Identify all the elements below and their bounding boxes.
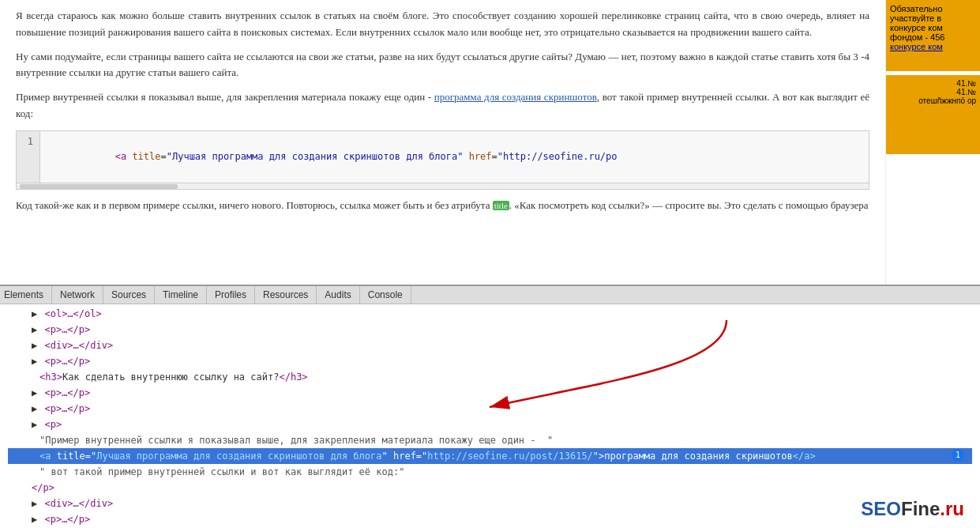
tab-elements[interactable]: Elements [0, 286, 52, 304]
triangle-icon[interactable]: ▶ [32, 419, 37, 430]
dom-tree: ▶ <ol>…</ol> ▶ <p>…</p> ▶ <div>…</div> ▶… [0, 306, 980, 528]
dom-line[interactable]: <h3>Как сделать внутреннюю ссылку на сай… [8, 369, 972, 385]
line-number: 1 [17, 131, 40, 183]
paragraph-4-after: . «Как посмотреть код ссылки?» — спросит… [509, 199, 869, 211]
paragraph-4-before: Код такой-же как и в первом примере ссыл… [16, 199, 493, 211]
tab-resources[interactable]: Resources [255, 286, 317, 304]
dom-line[interactable]: ▶ <p>…</p> [8, 322, 972, 338]
badge: 1 [952, 449, 964, 462]
tab-sources[interactable]: Sources [103, 286, 155, 304]
dom-line[interactable]: ▶ <div>…</div> [8, 338, 972, 353]
code-block: 1 <a title="Лучшая программа для создани… [16, 130, 869, 190]
triangle-icon[interactable]: ▶ [32, 387, 37, 398]
tab-timeline[interactable]: Timeline [155, 286, 207, 304]
triangle-icon[interactable]: ▶ [32, 514, 37, 525]
sidebar-ad-top: Обязательно участвуйте в конкурсе ком фо… [886, 0, 980, 71]
paragraph-1: Я всегда стараюсь как можно больше стави… [16, 8, 869, 41]
dom-line[interactable]: ▶ <p>…</p> [8, 401, 972, 417]
triangle-icon[interactable]: ▶ [32, 340, 37, 351]
triangle-icon[interactable]: ▶ [32, 403, 37, 414]
sidebar-ad-link[interactable]: конкурсе ком [890, 42, 943, 51]
footer-brand: SEOFine.ru [861, 498, 964, 520]
tab-network[interactable]: Network [52, 286, 103, 304]
triangle-icon[interactable]: ▶ [32, 356, 37, 367]
dom-line[interactable]: ▶ <ol>…</ol> [8, 306, 972, 322]
dom-line[interactable]: "Пример внутренней ссылки я показывал вы… [8, 432, 972, 448]
dom-line[interactable]: ▶ <p> [8, 417, 972, 432]
paragraph-2: Ну сами подумайте, если страницы вашего … [16, 49, 869, 82]
devtools-tabs: Elements Network Sources Timeline Profil… [0, 285, 980, 304]
brand-ru: .ru [940, 498, 964, 519]
highlight-tag: title [493, 201, 509, 210]
dom-line[interactable]: ▶ <p>…</p> [8, 353, 972, 369]
internal-link[interactable]: программа для создания скриншотов [434, 91, 597, 103]
paragraph-3: Пример внутренней ссылки я показывал выш… [16, 89, 869, 123]
brand-seo: SEO [861, 498, 901, 519]
paragraph-3-before: Пример внутренней ссылки я показывал выш… [16, 91, 434, 103]
code-content: <a title="Лучшая программа для создания … [40, 131, 624, 183]
tab-audits[interactable]: Audits [317, 286, 359, 304]
dom-line-highlighted[interactable]: <a title="Лучшая программа для создания … [8, 448, 972, 464]
article-content: Я всегда стараюсь как можно больше стави… [0, 0, 885, 285]
dom-line[interactable]: ▶ <p>…</p> [8, 511, 972, 527]
dom-line[interactable]: ▶ <div>…</div> [8, 496, 972, 511]
tab-console[interactable]: Console [360, 286, 411, 304]
brand-fine: Fine [901, 498, 940, 519]
sidebar-ad-bottom: 41.№ 41.№ отешñжжнпö ор [886, 75, 980, 154]
triangle-icon[interactable]: ▶ [32, 324, 37, 335]
dom-line[interactable]: " вот такой пример внутренней ссылки и в… [8, 464, 972, 480]
triangle-icon[interactable]: ▶ [32, 498, 37, 509]
code-scrollbar[interactable] [17, 183, 869, 189]
devtools-content: ▶ <ol>…</ol> ▶ <p>…</p> ▶ <div>…</div> ▶… [0, 304, 980, 528]
sidebar-right: Обязательно участвуйте в конкурсе ком фо… [885, 0, 980, 285]
triangle-icon[interactable]: ▶ [32, 308, 37, 319]
tab-profiles[interactable]: Profiles [207, 286, 255, 304]
dom-line[interactable]: </p> [8, 480, 972, 496]
paragraph-4: Код такой-же как и в первом примере ссыл… [16, 198, 869, 214]
dom-line[interactable]: ▶ <p>…</p> [8, 385, 972, 401]
